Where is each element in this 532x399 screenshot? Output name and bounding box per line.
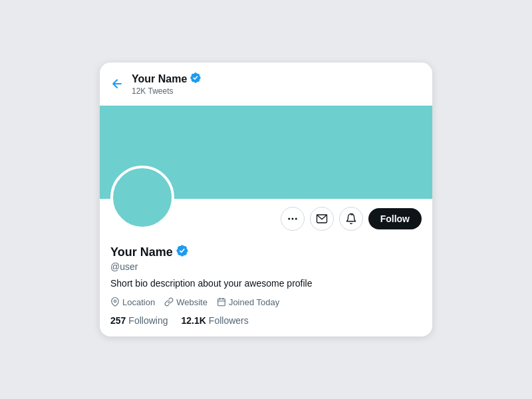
- following-stat[interactable]: 257 Following: [110, 315, 168, 326]
- website-text: Website: [176, 297, 207, 307]
- following-count: 257: [110, 315, 126, 326]
- more-options-button[interactable]: [281, 207, 305, 231]
- svg-point-6: [114, 300, 116, 303]
- avatar-wrapper: [110, 166, 174, 229]
- profile-info: Your Name @user Short bio description ab…: [110, 239, 422, 336]
- follow-button[interactable]: Follow: [368, 208, 422, 229]
- notification-button[interactable]: [339, 207, 363, 231]
- profile-name: Your Name: [110, 244, 422, 260]
- joined-item: Joined Today: [217, 297, 279, 307]
- meta-row: Location Website Joined Today: [110, 297, 422, 307]
- joined-text: Joined Today: [229, 297, 279, 307]
- header-name: Your Name: [132, 72, 201, 86]
- svg-point-2: [295, 218, 297, 220]
- profile-bio: Short bio description about your awesome…: [110, 277, 422, 291]
- profile-verified-badge: [176, 244, 189, 260]
- following-label: Following: [128, 315, 168, 326]
- header-tweets-count: 12K Tweets: [132, 86, 201, 96]
- back-button[interactable]: [110, 77, 124, 90]
- header-bar: Your Name 12K Tweets: [100, 63, 432, 106]
- profile-handle: @user: [110, 261, 422, 272]
- followers-stat[interactable]: 12.1K Followers: [182, 315, 249, 326]
- website-item: Website: [164, 297, 207, 307]
- header-verified-badge: [190, 72, 201, 86]
- location-text: Location: [122, 297, 155, 307]
- svg-line-5: [352, 214, 352, 215]
- profile-name-text: Your Name: [110, 245, 173, 259]
- message-button[interactable]: [310, 207, 334, 231]
- header-info: Your Name 12K Tweets: [132, 72, 201, 96]
- profile-section: Follow Your Name @user Short bio descrip…: [100, 199, 432, 336]
- header-name-text: Your Name: [132, 73, 187, 85]
- followers-count: 12.1K: [182, 315, 206, 326]
- svg-rect-7: [218, 299, 225, 307]
- profile-card: Your Name 12K Tweets: [100, 63, 432, 336]
- stats-row: 257 Following 12.1K Followers: [110, 315, 422, 336]
- followers-label: Followers: [209, 315, 249, 326]
- svg-point-0: [288, 218, 290, 220]
- avatar: [110, 166, 174, 229]
- location-item: Location: [110, 297, 155, 307]
- svg-point-1: [291, 218, 293, 220]
